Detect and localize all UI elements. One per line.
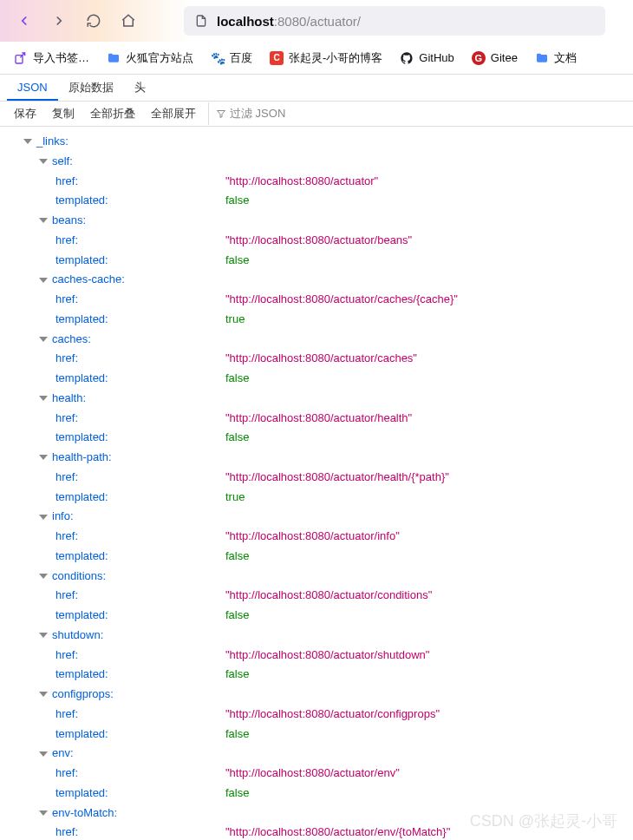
forward-button[interactable] (45, 7, 73, 35)
json-prop[interactable]: templated:false (7, 725, 626, 745)
page-icon (194, 14, 208, 28)
json-prop[interactable]: href:"http://localhost:8080/actuator/inf… (7, 527, 626, 547)
json-prop[interactable]: href:"http://localhost:8080/actuator/hea… (7, 409, 626, 429)
github-icon (400, 51, 414, 65)
json-prop[interactable]: href:"http://localhost:8080/actuator/con… (7, 586, 626, 606)
json-key[interactable]: beans: (7, 211, 626, 231)
viewer-tabs: JSON 原始数据 头 (0, 75, 633, 101)
nav-toolbar: localhost:8080/actuator/ (0, 0, 633, 42)
url-text: localhost:8080/actuator/ (217, 14, 361, 29)
collapse-all-button[interactable]: 全部折叠 (83, 102, 142, 125)
json-prop[interactable]: templated:false (7, 547, 626, 567)
json-key[interactable]: shutdown: (7, 626, 626, 646)
json-prop[interactable]: href:"http://localhost:8080/actuator/cac… (7, 290, 626, 310)
json-key[interactable]: conditions: (7, 567, 626, 587)
json-prop[interactable]: templated:false (7, 428, 626, 448)
json-key[interactable]: env: (7, 744, 626, 764)
tab-json[interactable]: JSON (7, 75, 58, 101)
json-key[interactable]: caches-cache: (7, 270, 626, 290)
baidu-icon: 🐾 (211, 51, 225, 65)
json-key[interactable]: configprops: (7, 685, 626, 705)
import-bookmarks[interactable]: 导入书签… (7, 47, 96, 69)
bookmark-github[interactable]: GitHub (393, 48, 460, 69)
gitee-icon: G (472, 51, 486, 65)
filter-input[interactable]: 过滤 JSON (208, 102, 292, 125)
json-actions: 保存 复制 全部折叠 全部展开 过滤 JSON (0, 101, 633, 127)
json-prop[interactable]: href:"http://localhost:8080/actuator" (7, 172, 626, 192)
json-prop[interactable]: href:"http://localhost:8080/actuator/shu… (7, 646, 626, 666)
json-prop[interactable]: href:"http://localhost:8080/actuator/cac… (7, 349, 626, 369)
json-prop[interactable]: templated:false (7, 251, 626, 271)
json-prop[interactable]: href:"http://localhost:8080/actuator/env… (7, 823, 626, 840)
json-prop[interactable]: templated:true (7, 488, 626, 508)
back-button[interactable] (10, 7, 38, 35)
expand-all-button[interactable]: 全部展开 (144, 102, 203, 125)
bookmark-docs[interactable]: 文档 (528, 47, 584, 69)
bookmark-baidu[interactable]: 🐾 百度 (204, 47, 259, 69)
json-prop[interactable]: templated:false (7, 606, 626, 626)
bookmark-gitee[interactable]: G Gitee (465, 48, 525, 69)
json-key[interactable]: env-toMatch: (7, 804, 626, 824)
json-key[interactable]: _links: (7, 132, 626, 152)
json-prop[interactable]: templated:false (7, 369, 626, 389)
filter-icon (216, 108, 226, 119)
json-prop[interactable]: templated:false (7, 191, 626, 211)
save-button[interactable]: 保存 (7, 102, 43, 125)
tab-raw[interactable]: 原始数据 (58, 75, 124, 101)
json-key[interactable]: caches: (7, 330, 626, 350)
bookmarks-bar: 导入书签… 火狐官方站点 🐾 百度 C 张起灵-小哥的博客 GitHub G G… (0, 42, 633, 75)
json-prop[interactable]: href:"http://localhost:8080/actuator/con… (7, 705, 626, 725)
json-prop[interactable]: templated:true (7, 310, 626, 330)
url-bar[interactable]: localhost:8080/actuator/ (184, 6, 605, 36)
folder-icon (535, 51, 549, 65)
tab-headers[interactable]: 头 (124, 75, 156, 101)
json-key[interactable]: health-path: (7, 448, 626, 468)
json-prop[interactable]: href:"http://localhost:8080/actuator/hea… (7, 468, 626, 488)
csdn-icon: C (270, 51, 284, 65)
bookmark-firefox[interactable]: 火狐官方站点 (100, 47, 200, 69)
json-prop[interactable]: href:"http://localhost:8080/actuator/env… (7, 764, 626, 784)
folder-icon (107, 51, 121, 65)
json-key[interactable]: health: (7, 389, 626, 409)
import-icon (14, 51, 28, 65)
json-viewer: _links:self:href:"http://localhost:8080/… (0, 127, 633, 840)
json-prop[interactable]: href:"http://localhost:8080/actuator/bea… (7, 231, 626, 251)
json-key[interactable]: self: (7, 152, 626, 172)
reload-button[interactable] (80, 7, 108, 35)
json-prop[interactable]: templated:false (7, 665, 626, 685)
copy-button[interactable]: 复制 (45, 102, 82, 125)
json-key[interactable]: info: (7, 507, 626, 527)
bookmark-blog[interactable]: C 张起灵-小哥的博客 (263, 47, 389, 69)
json-prop[interactable]: templated:false (7, 784, 626, 804)
home-button[interactable] (114, 7, 142, 35)
